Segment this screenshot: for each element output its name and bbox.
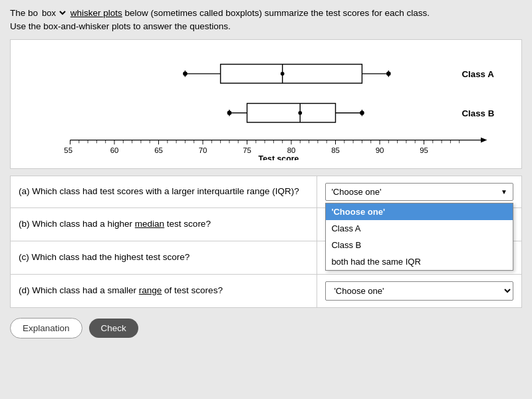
svg-text:85: 85: [331, 146, 340, 154]
page: The bobox whisker plots below (sometimes…: [0, 0, 532, 399]
intro-line2: Use the box-and-whisker plots to answer …: [10, 21, 231, 31]
svg-point-71: [227, 110, 232, 115]
svg-rect-58: [221, 64, 362, 83]
question-a-dropdown-container: 'Choose one' ▼ 'Choose one' Class A Clas…: [325, 183, 513, 201]
svg-point-63: [386, 71, 391, 76]
svg-text:60: 60: [110, 146, 119, 154]
question-d-answer: 'Choose one' Class A Class B both had th…: [317, 274, 522, 307]
question-b-text: (b) Which class had a higher median test…: [11, 207, 317, 241]
question-row-a: (a) Which class had test scores with a l…: [11, 176, 522, 207]
x-axis-label: Test score: [259, 154, 299, 160]
question-a-text: (a) Which class had test scores with a l…: [11, 176, 317, 207]
svg-text:90: 90: [376, 146, 384, 154]
svg-rect-67: [247, 103, 336, 122]
svg-text:80: 80: [287, 146, 296, 154]
chart-svg: Class A Class B 55 60 65 70 75 80 85 90: [21, 47, 511, 160]
svg-text:75: 75: [243, 146, 251, 154]
dropdown-option-class-a[interactable]: Class A: [326, 220, 513, 237]
chart-container: Class A Class B 55 60 65 70 75 80 85 90: [10, 39, 522, 169]
svg-text:65: 65: [154, 146, 163, 154]
svg-marker-1: [481, 137, 487, 142]
dropdown-option-class-b[interactable]: Class B: [326, 237, 513, 253]
question-d-text: (d) Which class had a smaller range of t…: [11, 274, 317, 307]
footer: Explanation Check: [10, 315, 522, 342]
question-a-value: 'Choose one': [331, 187, 381, 197]
svg-point-64: [281, 72, 285, 76]
dropdown-option-choose-one[interactable]: 'Choose one': [326, 203, 513, 220]
check-button[interactable]: Check: [89, 319, 138, 338]
questions-table: (a) Which class had test scores with a l…: [10, 176, 522, 308]
question-a-selected[interactable]: 'Choose one' ▼: [325, 183, 513, 201]
intro-line1: The bobox whisker plots below (sometimes…: [10, 8, 430, 18]
explanation-button[interactable]: Explanation: [10, 318, 82, 338]
question-row-d: (d) Which class had a smaller range of t…: [11, 274, 522, 307]
dropdown-option-same-iqr[interactable]: both had the same IQR: [326, 253, 513, 270]
question-c-text: (c) Which class had the highest test sco…: [11, 241, 317, 274]
class-a-label: Class A: [462, 68, 495, 78]
svg-text:55: 55: [64, 146, 72, 154]
whisker-plots-link[interactable]: whisker plots: [70, 8, 122, 18]
range-link[interactable]: range: [139, 285, 162, 295]
question-a-answer: 'Choose one' ▼ 'Choose one' Class A Clas…: [317, 176, 522, 207]
median-link[interactable]: median: [135, 219, 164, 229]
class-b-label: Class B: [462, 108, 495, 118]
svg-point-62: [183, 71, 188, 76]
svg-text:70: 70: [199, 146, 207, 154]
svg-point-72: [360, 110, 364, 115]
question-a-dropdown-menu: 'Choose one' Class A Class B both had th…: [325, 203, 513, 271]
svg-point-73: [298, 110, 302, 114]
intro-text: The bobox whisker plots below (sometimes…: [10, 7, 522, 34]
svg-text:95: 95: [420, 146, 428, 154]
chevron-down-icon-a: ▼: [501, 188, 507, 196]
question-d-select[interactable]: 'Choose one' Class A Class B both had th…: [325, 281, 513, 301]
box-dropdown[interactable]: box: [38, 7, 68, 19]
